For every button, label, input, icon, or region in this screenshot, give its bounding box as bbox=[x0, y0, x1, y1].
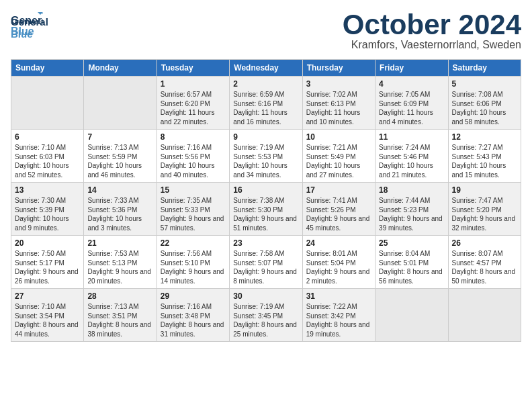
cell-date: 27 bbox=[15, 291, 80, 301]
calendar-cell-week5-day6 bbox=[375, 289, 448, 342]
calendar-table: Sunday Monday Tuesday Wednesday Thursday… bbox=[11, 59, 521, 342]
cell-date: 6 bbox=[15, 132, 80, 142]
cell-date: 25 bbox=[379, 238, 444, 248]
calendar-cell-week4-day5: 24 Sunrise: 8:01 AM Sunset: 5:04 PM Dayl… bbox=[302, 236, 375, 289]
cell-date: 3 bbox=[306, 79, 371, 89]
cell-info: Sunrise: 7:22 AM Sunset: 3:42 PM Dayligh… bbox=[306, 302, 371, 338]
calendar-cell-week1-day2 bbox=[84, 77, 157, 130]
cell-info: Sunrise: 6:59 AM Sunset: 6:16 PM Dayligh… bbox=[233, 90, 298, 126]
logo: General Blue General Blue bbox=[11, 11, 48, 40]
header-thursday: Thursday bbox=[302, 60, 375, 77]
cell-date: 22 bbox=[161, 238, 226, 248]
calendar-cell-week3-day7: 19 Sunrise: 7:47 AM Sunset: 5:20 PM Dayl… bbox=[448, 183, 521, 236]
cell-date: 19 bbox=[452, 185, 517, 195]
cell-date: 28 bbox=[87, 291, 152, 301]
cell-info: Sunrise: 7:56 AM Sunset: 5:10 PM Dayligh… bbox=[161, 249, 226, 285]
calendar-cell-week4-day7: 26 Sunrise: 8:07 AM Sunset: 4:57 PM Dayl… bbox=[448, 236, 521, 289]
calendar-week-4: 20 Sunrise: 7:50 AM Sunset: 5:17 PM Dayl… bbox=[11, 236, 521, 289]
svg-text:General: General bbox=[11, 15, 43, 26]
calendar-cell-week5-day1: 27 Sunrise: 7:10 AM Sunset: 3:54 PM Dayl… bbox=[11, 289, 84, 342]
calendar-cell-week5-day5: 31 Sunrise: 7:22 AM Sunset: 3:42 PM Dayl… bbox=[302, 289, 375, 342]
calendar-cell-week5-day4: 30 Sunrise: 7:19 AM Sunset: 3:45 PM Dayl… bbox=[230, 289, 302, 342]
cell-date: 26 bbox=[452, 238, 517, 248]
cell-date: 7 bbox=[87, 132, 152, 142]
calendar-week-3: 13 Sunrise: 7:30 AM Sunset: 5:39 PM Dayl… bbox=[11, 183, 521, 236]
cell-info: Sunrise: 7:13 AM Sunset: 5:59 PM Dayligh… bbox=[87, 143, 152, 179]
cell-date: 21 bbox=[87, 238, 152, 248]
calendar-cell-week2-day3: 8 Sunrise: 7:16 AM Sunset: 5:56 PM Dayli… bbox=[157, 130, 229, 183]
calendar-cell-week3-day3: 15 Sunrise: 7:35 AM Sunset: 5:33 PM Dayl… bbox=[157, 183, 229, 236]
cell-info: Sunrise: 7:38 AM Sunset: 5:30 PM Dayligh… bbox=[233, 196, 298, 232]
calendar-cell-week1-day5: 3 Sunrise: 7:02 AM Sunset: 6:13 PM Dayli… bbox=[302, 77, 375, 130]
cell-info: Sunrise: 7:50 AM Sunset: 5:17 PM Dayligh… bbox=[15, 249, 80, 285]
cell-info: Sunrise: 7:21 AM Sunset: 5:49 PM Dayligh… bbox=[306, 143, 371, 179]
location-title: Kramfors, Vaesternorrland, Sweden bbox=[343, 39, 521, 51]
cell-date: 15 bbox=[161, 185, 226, 195]
cell-info: Sunrise: 7:13 AM Sunset: 3:51 PM Dayligh… bbox=[87, 302, 152, 338]
calendar-cell-week3-day2: 14 Sunrise: 7:33 AM Sunset: 5:36 PM Dayl… bbox=[84, 183, 157, 236]
calendar-cell-week2-day5: 10 Sunrise: 7:21 AM Sunset: 5:49 PM Dayl… bbox=[302, 130, 375, 183]
header-sunday: Sunday bbox=[11, 60, 84, 77]
cell-info: Sunrise: 7:30 AM Sunset: 5:39 PM Dayligh… bbox=[15, 196, 80, 232]
calendar-cell-week1-day6: 4 Sunrise: 7:05 AM Sunset: 6:09 PM Dayli… bbox=[375, 77, 448, 130]
calendar-cell-week4-day1: 20 Sunrise: 7:50 AM Sunset: 5:17 PM Dayl… bbox=[11, 236, 84, 289]
calendar-cell-week2-day4: 9 Sunrise: 7:19 AM Sunset: 5:53 PM Dayli… bbox=[230, 130, 302, 183]
cell-info: Sunrise: 7:19 AM Sunset: 3:45 PM Dayligh… bbox=[233, 302, 298, 338]
cell-date: 8 bbox=[161, 132, 226, 142]
cell-info: Sunrise: 7:08 AM Sunset: 6:06 PM Dayligh… bbox=[452, 90, 517, 126]
cell-info: Sunrise: 7:02 AM Sunset: 6:13 PM Dayligh… bbox=[306, 90, 371, 126]
calendar-cell-week3-day6: 18 Sunrise: 7:44 AM Sunset: 5:23 PM Dayl… bbox=[375, 183, 448, 236]
month-title: October 2024 bbox=[343, 11, 521, 39]
svg-text:Blue: Blue bbox=[11, 26, 34, 37]
cell-date: 23 bbox=[233, 238, 298, 248]
cell-info: Sunrise: 7:24 AM Sunset: 5:46 PM Dayligh… bbox=[379, 143, 444, 179]
cell-date: 10 bbox=[306, 132, 371, 142]
calendar-cell-week4-day3: 22 Sunrise: 7:56 AM Sunset: 5:10 PM Dayl… bbox=[157, 236, 229, 289]
calendar-cell-week3-day5: 17 Sunrise: 7:41 AM Sunset: 5:26 PM Dayl… bbox=[302, 183, 375, 236]
cell-info: Sunrise: 7:19 AM Sunset: 5:53 PM Dayligh… bbox=[233, 143, 298, 179]
calendar-week-1: 1 Sunrise: 6:57 AM Sunset: 6:20 PM Dayli… bbox=[11, 77, 521, 130]
cell-date: 29 bbox=[161, 291, 226, 301]
calendar-week-5: 27 Sunrise: 7:10 AM Sunset: 3:54 PM Dayl… bbox=[11, 289, 521, 342]
calendar-cell-week1-day3: 1 Sunrise: 6:57 AM Sunset: 6:20 PM Dayli… bbox=[157, 77, 229, 130]
cell-info: Sunrise: 7:16 AM Sunset: 5:56 PM Dayligh… bbox=[161, 143, 226, 179]
cell-date: 1 bbox=[161, 79, 226, 89]
calendar-header-row: Sunday Monday Tuesday Wednesday Thursday… bbox=[11, 60, 521, 77]
cell-info: Sunrise: 7:16 AM Sunset: 3:48 PM Dayligh… bbox=[161, 302, 226, 338]
calendar-cell-week4-day4: 23 Sunrise: 7:58 AM Sunset: 5:07 PM Dayl… bbox=[230, 236, 302, 289]
page-header: General Blue General Blue October 2024 K… bbox=[11, 11, 521, 51]
calendar-cell-week1-day1 bbox=[11, 77, 84, 130]
calendar-cell-week1-day4: 2 Sunrise: 6:59 AM Sunset: 6:16 PM Dayli… bbox=[230, 77, 302, 130]
calendar-cell-week3-day1: 13 Sunrise: 7:30 AM Sunset: 5:39 PM Dayl… bbox=[11, 183, 84, 236]
logo-icon: General Blue bbox=[11, 11, 43, 38]
calendar-cell-week2-day2: 7 Sunrise: 7:13 AM Sunset: 5:59 PM Dayli… bbox=[84, 130, 157, 183]
cell-info: Sunrise: 7:47 AM Sunset: 5:20 PM Dayligh… bbox=[452, 196, 517, 232]
cell-date: 30 bbox=[233, 291, 298, 301]
cell-date: 4 bbox=[379, 79, 444, 89]
cell-date: 13 bbox=[15, 185, 80, 195]
calendar-cell-week5-day7 bbox=[448, 289, 521, 342]
cell-info: Sunrise: 6:57 AM Sunset: 6:20 PM Dayligh… bbox=[161, 90, 226, 126]
header-tuesday: Tuesday bbox=[157, 60, 229, 77]
cell-info: Sunrise: 8:04 AM Sunset: 5:01 PM Dayligh… bbox=[379, 249, 444, 285]
cell-info: Sunrise: 7:27 AM Sunset: 5:43 PM Dayligh… bbox=[452, 143, 517, 179]
cell-date: 12 bbox=[452, 132, 517, 142]
calendar-cell-week1-day7: 5 Sunrise: 7:08 AM Sunset: 6:06 PM Dayli… bbox=[448, 77, 521, 130]
calendar-cell-week5-day2: 28 Sunrise: 7:13 AM Sunset: 3:51 PM Dayl… bbox=[84, 289, 157, 342]
cell-date: 14 bbox=[87, 185, 152, 195]
calendar-cell-week5-day3: 29 Sunrise: 7:16 AM Sunset: 3:48 PM Dayl… bbox=[157, 289, 229, 342]
cell-info: Sunrise: 7:41 AM Sunset: 5:26 PM Dayligh… bbox=[306, 196, 371, 232]
calendar-cell-week2-day6: 11 Sunrise: 7:24 AM Sunset: 5:46 PM Dayl… bbox=[375, 130, 448, 183]
cell-info: Sunrise: 8:01 AM Sunset: 5:04 PM Dayligh… bbox=[306, 249, 371, 285]
cell-date: 18 bbox=[379, 185, 444, 195]
calendar-cell-week4-day2: 21 Sunrise: 7:53 AM Sunset: 5:13 PM Dayl… bbox=[84, 236, 157, 289]
cell-date: 9 bbox=[233, 132, 298, 142]
calendar-cell-week3-day4: 16 Sunrise: 7:38 AM Sunset: 5:30 PM Dayl… bbox=[230, 183, 302, 236]
cell-date: 17 bbox=[306, 185, 371, 195]
cell-date: 2 bbox=[233, 79, 298, 89]
cell-info: Sunrise: 7:05 AM Sunset: 6:09 PM Dayligh… bbox=[379, 90, 444, 126]
cell-info: Sunrise: 7:53 AM Sunset: 5:13 PM Dayligh… bbox=[87, 249, 152, 285]
cell-date: 24 bbox=[306, 238, 371, 248]
cell-date: 20 bbox=[15, 238, 80, 248]
title-area: October 2024 Kramfors, Vaesternorrland, … bbox=[343, 11, 521, 51]
